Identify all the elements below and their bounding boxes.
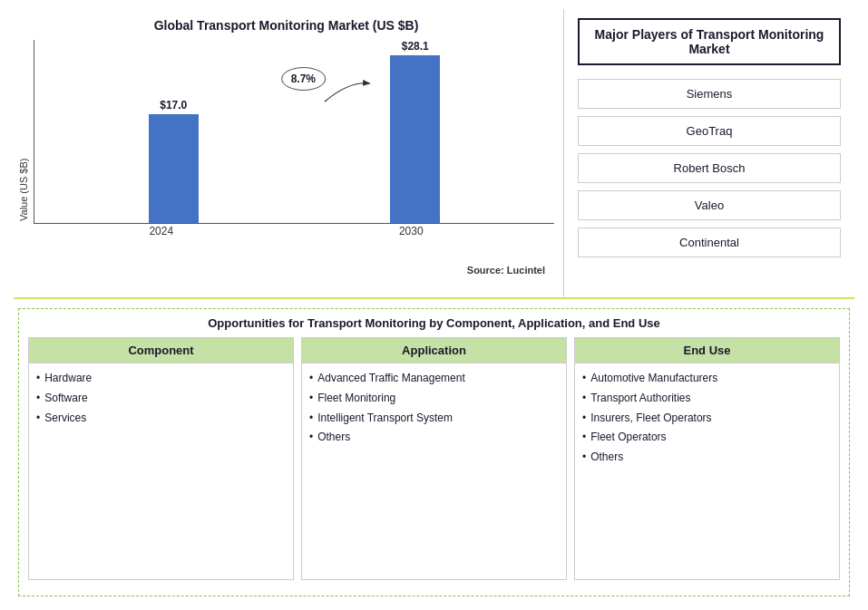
players-section: Major Players of Transport Monitoring Ma… [564,9,854,297]
enduse-content: • Automotive Manufacturers • Transport A… [575,363,839,579]
bullet-icon: • [582,371,586,386]
bar-2030 [390,55,440,223]
component-software: • Software [36,391,286,406]
enduse-transport-authorities-label: Transport Authorities [590,391,690,406]
enduse-others: • Others [582,450,832,465]
chart-inner: Value (US $B) $17.0 8.7% [18,40,554,221]
bar-2024 [149,114,199,223]
bar-group-2030: $28.1 [390,40,440,223]
player-geotraq: GeoTraq [578,116,841,146]
bullet-icon: • [582,411,586,426]
application-column: Application • Advanced Traffic Managemen… [301,337,567,580]
top-section: Global Transport Monitoring Market (US $… [14,9,854,299]
bullet-icon: • [582,450,586,465]
chart-area: Value (US $B) $17.0 8.7% [18,40,554,257]
component-header: Component [29,338,293,363]
bullet-icon: • [309,430,313,445]
bars-container: $17.0 8.7% [34,40,554,221]
enduse-insurers-fleet-label: Insurers, Fleet Operators [590,411,711,426]
player-continental: Continental [578,228,841,257]
player-robert-bosch: Robert Bosch [578,153,841,183]
bar-group-2024: $17.0 [149,99,199,223]
component-software-label: Software [44,391,87,406]
bars-row: $17.0 8.7% [34,40,554,224]
chart-section: Global Transport Monitoring Market (US $… [14,9,564,297]
component-content: • Hardware • Software • Services [29,363,293,579]
bottom-section: Opportunities for Transport Monitoring b… [14,299,854,601]
bullet-icon: • [582,391,586,406]
app-others-label: Others [317,430,350,445]
enduse-insurers-fleet: • Insurers, Fleet Operators [582,411,832,426]
cagr-annotation: 8.7% [281,67,326,91]
application-header: Application [302,338,566,363]
bar-value-2024: $17.0 [160,99,187,111]
year-label-2024: 2024 [149,225,173,237]
bullet-icon: • [309,371,313,386]
enduse-auto-manufacturers: • Automotive Manufacturers [582,371,832,386]
chart-title: Global Transport Monitoring Market (US $… [18,18,554,33]
players-title: Major Players of Transport Monitoring Ma… [578,18,841,65]
app-advanced-traffic-label: Advanced Traffic Management [317,371,465,386]
bar-value-2030: $28.1 [402,40,429,53]
bullet-icon: • [36,391,40,406]
bullet-icon: • [309,411,313,426]
app-intelligent-transport-label: Intelligent Transport System [317,411,453,426]
app-others: • Others [309,430,559,445]
bullet-icon: • [582,430,586,445]
enduse-fleet-operators: • Fleet Operators [582,430,832,445]
bullet-icon: • [309,391,313,406]
component-hardware-label: Hardware [44,371,92,386]
component-hardware: • Hardware [36,371,286,386]
component-services-label: Services [44,411,86,426]
app-intelligent-transport: • Intelligent Transport System [309,411,559,426]
bullet-icon: • [36,411,40,426]
app-fleet-monitoring-label: Fleet Monitoring [317,391,395,406]
enduse-header: End Use [575,338,839,363]
cagr-arrow-icon [321,78,375,105]
enduse-column: End Use • Automotive Manufacturers • Tra… [574,337,840,580]
app-advanced-traffic: • Advanced Traffic Management [309,371,559,386]
application-content: • Advanced Traffic Management • Fleet Mo… [302,363,566,579]
component-services: • Services [36,411,286,426]
component-column: Component • Hardware • Software • Servic [28,337,294,580]
player-valeo: Valeo [578,190,841,220]
y-axis-label: Value (US $B) [18,40,29,221]
cagr-bubble: 8.7% [281,67,326,91]
opportunities-box: Opportunities for Transport Monitoring b… [18,308,850,596]
main-container: Global Transport Monitoring Market (US $… [0,0,868,610]
enduse-auto-manufacturers-label: Automotive Manufacturers [590,371,717,386]
app-fleet-monitoring: • Fleet Monitoring [309,391,559,406]
source-label: Source: Lucintel [18,265,545,276]
opportunities-grid: Component • Hardware • Software • Servic [28,337,840,580]
player-siemens: Siemens [578,79,841,109]
bullet-icon: • [36,371,40,386]
opportunities-title: Opportunities for Transport Monitoring b… [28,316,840,330]
year-label-2030: 2030 [399,225,424,237]
enduse-others-label: Others [590,450,623,465]
enduse-fleet-operators-label: Fleet Operators [590,430,666,445]
enduse-transport-authorities: • Transport Authorities [582,391,832,406]
